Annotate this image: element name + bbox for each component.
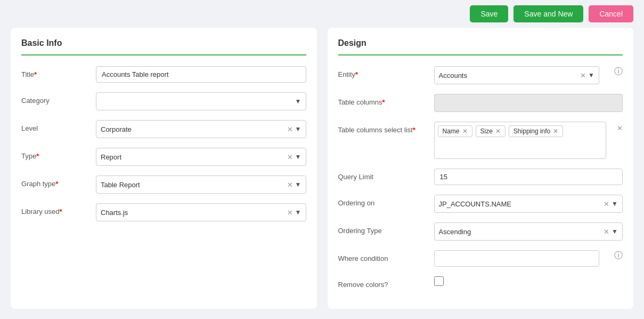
entity-clear-icon[interactable]: ✕: [580, 72, 586, 79]
type-required: *: [36, 152, 39, 160]
tag-size-remove[interactable]: ✕: [495, 127, 501, 135]
query-limit-label: Query Limit: [338, 169, 423, 181]
ordering-type-row: Ordering Type Ascending ✕ ▼: [338, 222, 623, 241]
level-select[interactable]: Corporate ✕ ▼: [96, 120, 306, 138]
entity-chevron-icon[interactable]: ▼: [588, 71, 594, 79]
library-used-chevron-icon[interactable]: ▼: [295, 209, 301, 216]
ordering-on-clear-icon[interactable]: ✕: [604, 201, 609, 208]
save-and-new-button[interactable]: Save and New: [513, 5, 583, 22]
level-label: Level: [21, 120, 85, 132]
ordering-on-chevron-icon[interactable]: ▼: [612, 200, 618, 208]
basic-info-panel: Basic Info Title* Category ▼ Level Corpo…: [11, 28, 317, 309]
ordering-on-select[interactable]: JP_ACCOUNTS.NAME ✕ ▼: [434, 195, 623, 213]
graph-type-required: *: [55, 180, 58, 188]
type-clear-icon[interactable]: ✕: [287, 154, 293, 161]
entity-value: Accounts: [439, 71, 581, 79]
graph-type-label: Graph type*: [21, 176, 85, 188]
category-select[interactable]: ▼: [96, 92, 306, 110]
remove-colors-row: Remove colors?: [338, 276, 623, 289]
category-chevron-icon[interactable]: ▼: [295, 98, 301, 105]
top-bar: Save Save and New Cancel: [0, 0, 644, 28]
tags-clear-all-icon[interactable]: ✕: [617, 125, 623, 132]
graph-type-clear-icon[interactable]: ✕: [287, 181, 293, 188]
basic-info-title: Basic Info: [21, 38, 306, 55]
entity-select[interactable]: Accounts ✕ ▼: [434, 66, 600, 84]
tag-size-label: Size: [480, 127, 493, 135]
where-condition-info-icon[interactable]: ⓘ: [614, 250, 623, 261]
ordering-type-label: Ordering Type: [338, 222, 423, 235]
design-panel: Design Entity* Accounts ✕ ▼ ⓘ Table colu…: [328, 28, 634, 309]
entity-info-icon[interactable]: ⓘ: [614, 66, 623, 77]
level-chevron-icon[interactable]: ▼: [295, 125, 301, 133]
ordering-on-value: JP_ACCOUNTS.NAME: [439, 200, 604, 208]
library-used-select[interactable]: Charts.js ✕ ▼: [96, 203, 306, 221]
type-label: Type*: [21, 148, 85, 160]
table-columns-select-label: Table columns select list*: [338, 122, 423, 134]
graph-type-chevron-icon[interactable]: ▼: [295, 181, 301, 188]
table-columns-select-row: Table columns select list* Name ✕ Size ✕…: [338, 122, 623, 159]
ordering-type-chevron-icon[interactable]: ▼: [612, 228, 618, 235]
design-title: Design: [338, 38, 623, 55]
library-used-label: Library used*: [21, 203, 85, 216]
entity-label: Entity*: [338, 66, 423, 78]
level-value: Corporate: [101, 125, 287, 133]
where-condition-input[interactable]: [434, 250, 600, 267]
remove-colors-label: Remove colors?: [338, 276, 423, 289]
table-cols-select-required: *: [413, 126, 415, 134]
graph-type-select[interactable]: Table Report ✕ ▼: [96, 176, 306, 194]
where-condition-label: Where condition: [338, 250, 423, 262]
library-used-row: Library used* Charts.js ✕ ▼: [21, 203, 306, 221]
table-columns-row: Table columns*: [338, 94, 623, 112]
tag-shipping-info: Shipping info ✕: [509, 125, 563, 137]
type-select[interactable]: Report ✕ ▼: [96, 148, 306, 166]
ordering-on-label: Ordering on: [338, 195, 423, 207]
ordering-on-row: Ordering on JP_ACCOUNTS.NAME ✕ ▼: [338, 195, 623, 213]
query-limit-row: Query Limit: [338, 169, 623, 185]
tags-container: Name ✕ Size ✕ Shipping info ✕: [434, 122, 607, 159]
remove-colors-checkbox[interactable]: [434, 276, 444, 286]
graph-type-value: Table Report: [101, 181, 287, 189]
title-input[interactable]: [96, 66, 306, 83]
type-row: Type* Report ✕ ▼: [21, 148, 306, 166]
title-required: *: [34, 70, 37, 78]
library-used-value: Charts.js: [101, 209, 287, 217]
title-row: Title*: [21, 66, 306, 83]
tag-name-remove[interactable]: ✕: [462, 127, 468, 135]
tag-shipping-info-remove[interactable]: ✕: [553, 127, 558, 135]
table-columns-label: Table columns*: [338, 94, 423, 106]
ordering-type-value: Ascending: [439, 228, 604, 236]
category-row: Category ▼: [21, 92, 306, 110]
tag-name-label: Name: [443, 127, 460, 135]
table-columns-input[interactable]: [434, 94, 623, 112]
main-content: Basic Info Title* Category ▼ Level Corpo…: [0, 28, 644, 319]
entity-required: *: [355, 70, 358, 78]
where-condition-row: Where condition ⓘ: [338, 250, 623, 267]
tag-name: Name ✕: [438, 125, 472, 137]
tag-size: Size ✕: [476, 125, 506, 137]
library-used-clear-icon[interactable]: ✕: [287, 209, 293, 216]
graph-type-row: Graph type* Table Report ✕ ▼: [21, 176, 306, 194]
tag-shipping-info-label: Shipping info: [513, 127, 550, 135]
title-label: Title*: [21, 66, 85, 78]
ordering-type-clear-icon[interactable]: ✕: [604, 228, 609, 235]
level-clear-icon[interactable]: ✕: [287, 126, 293, 133]
category-label: Category: [21, 92, 85, 105]
library-used-required: *: [60, 208, 62, 216]
ordering-type-select[interactable]: Ascending ✕ ▼: [434, 222, 623, 241]
type-chevron-icon[interactable]: ▼: [295, 153, 301, 161]
entity-row: Entity* Accounts ✕ ▼ ⓘ: [338, 66, 623, 84]
cancel-button[interactable]: Cancel: [589, 5, 633, 22]
table-columns-required: *: [382, 98, 385, 106]
query-limit-input[interactable]: [434, 169, 623, 185]
level-row: Level Corporate ✕ ▼: [21, 120, 306, 138]
type-value: Report: [101, 153, 287, 161]
save-button[interactable]: Save: [470, 5, 508, 22]
